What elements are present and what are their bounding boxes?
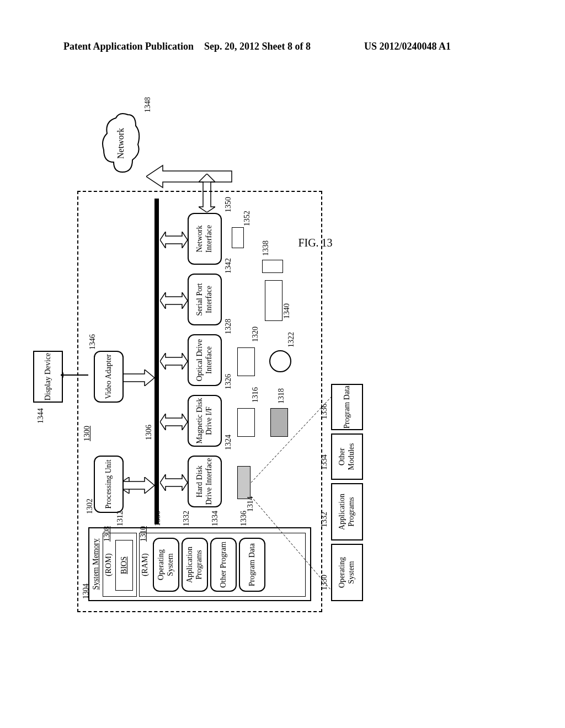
network-label: Network [116,110,126,176]
network-cloud: Network [99,110,143,176]
ref-1332a: 1332 [182,511,191,526]
net-bus-arrow [160,232,188,248]
ref-1340: 1340 [282,303,291,319]
stored-other: Other Modules [331,433,363,480]
ram-label: (RAM) [141,533,150,596]
optical-disc-media [269,350,291,372]
ref-1350: 1350 [224,197,233,212]
ref-1306: 1306 [145,425,153,440]
diagram: System Memory (ROM) BIOS (RAM) Operating… [0,160,530,579]
hdd-bus-arrow [160,474,188,491]
header-sheet: Sep. 20, 2012 Sheet 8 of 8 [204,41,311,52]
display-device: Display Device [33,351,63,403]
optical-drive-interface: Optical Drive Interface [188,334,222,386]
svg-line-3 [251,397,331,483]
ref-1336b: 1336 [320,404,329,419]
stored-progdata: Program Data [331,384,363,430]
ram-os: Operating System [153,538,179,592]
processing-unit: Processing Unit [94,456,124,513]
hard-disk-drive [237,466,250,499]
modem-cloud-arrow [146,160,234,193]
svg-line-2 [251,496,331,590]
stored-os: Operating System [331,544,363,601]
ref-1326: 1326 [224,374,233,389]
ram-app: Application Programs [182,538,208,592]
rom-block: (ROM) BIOS [103,533,137,597]
bios-block: BIOS [115,540,133,591]
ref-1334b: 1334 [320,454,329,470]
optical-disk-drive [237,347,255,376]
network-interface: Network Interface [188,213,222,265]
magnetic-disk-interface: Magnetic Disk Drive I/F [188,395,222,447]
ref-1320: 1320 [251,326,260,342]
ref-1332b: 1332 [320,512,329,527]
header-pubno: US 2012/0240048 A1 [364,41,451,52]
ref-1328: 1328 [224,319,233,334]
display-arrow [61,370,94,381]
ref-1344: 1344 [36,408,45,424]
ref-1314: 1314 [246,496,255,512]
ref-1334a: 1334 [211,511,220,526]
header-pub: Patent Application Publication [63,41,194,52]
storage-dashed-lines [251,392,334,596]
proc-bus-arrow [122,477,156,494]
ref-1348: 1348 [143,97,152,113]
bus [154,199,159,524]
ref-1322: 1322 [287,332,296,347]
ref-1330b: 1330 [320,575,329,590]
ref-1302: 1302 [86,499,94,514]
ref-1318: 1318 [277,388,286,404]
modem-device [232,227,244,248]
video-adapter: Video Adapter [94,351,124,403]
ref-1324: 1324 [224,435,233,450]
ref-1310: 1310 [139,526,148,542]
ref-1312: 1312 [116,511,125,526]
ref-1338: 1338 [262,240,270,256]
serial-bus-arrow [160,292,188,309]
ref-1308: 1308 [103,526,111,542]
keyboard-device [265,280,282,321]
ref-1316: 1316 [251,387,260,403]
video-bus-arrow [122,370,156,386]
ref-1304: 1304 [82,584,90,599]
mag-bus-arrow [160,414,188,430]
stored-app: Application Programs [331,483,363,540]
pointing-device [262,260,283,273]
ref-1342: 1342 [224,258,233,274]
svg-marker-1 [61,372,63,378]
system-memory-title: System Memory [92,528,101,600]
rom-label: (ROM) [104,533,114,596]
opt-bus-arrow [160,353,188,370]
ref-1336a: 1336 [239,511,248,526]
serial-port-interface: Serial Port Interface [188,274,222,325]
figure-label: FIG. 13 [298,237,332,250]
ref-1330: 1330 [153,511,162,526]
hdd-interface: Hard Disk Drive Interface [188,456,222,507]
ref-1346: 1346 [88,334,97,350]
ref-1300: 1300 [83,426,92,441]
ref-1352: 1352 [243,211,252,226]
ram-other: Other Program [210,538,237,592]
